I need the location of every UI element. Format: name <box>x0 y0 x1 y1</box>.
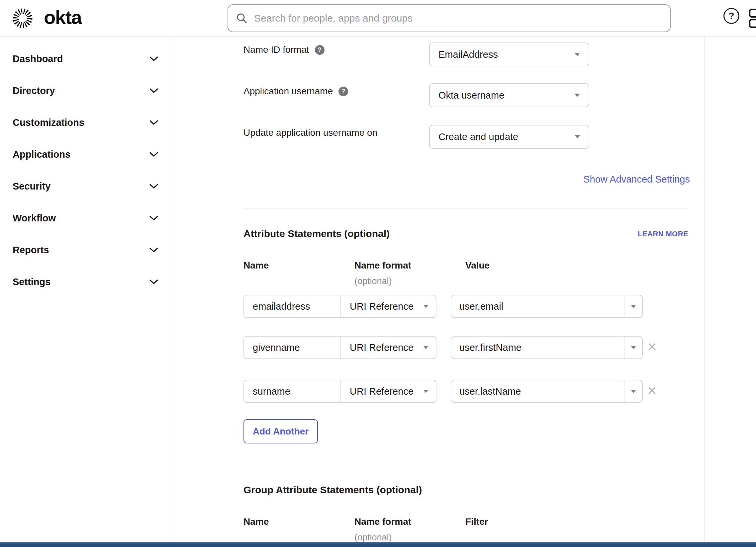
group-column-header-name: Name <box>243 516 269 527</box>
top-bar: okta ? <box>0 0 756 37</box>
attribute-value-combo <box>451 380 643 403</box>
name-format-select[interactable]: URI Reference <box>340 336 436 358</box>
chevron-down-icon <box>149 120 158 125</box>
selected-value: URI Reference <box>350 342 419 353</box>
attribute-name-input[interactable] <box>244 295 340 317</box>
sidebar-item-directory[interactable]: Directory <box>0 75 173 107</box>
sidebar-item-settings[interactable]: Settings <box>0 266 173 298</box>
column-header-name: Name <box>243 260 269 271</box>
attribute-name-input[interactable] <box>244 336 340 358</box>
learn-more-link[interactable]: LEARN MORE <box>638 230 688 238</box>
chevron-down-icon <box>149 247 158 253</box>
field-help-icon[interactable]: ? <box>315 45 325 55</box>
sidebar-nav: Dashboard Directory Customizations Appli… <box>0 37 173 542</box>
section-divider <box>243 208 688 209</box>
sidebar-item-label: Security <box>13 181 50 192</box>
dropdown-arrow-icon <box>631 346 636 349</box>
dropdown-arrow-icon <box>423 305 428 308</box>
footer-bar <box>0 542 756 547</box>
chevron-down-icon <box>149 152 158 157</box>
name-id-format-label: Name ID format ? <box>243 45 325 55</box>
global-search[interactable] <box>228 4 671 32</box>
column-header-value: Value <box>465 260 490 271</box>
sidebar-item-security[interactable]: Security <box>0 170 173 202</box>
chevron-down-icon <box>149 279 158 284</box>
field-help-icon[interactable]: ? <box>338 87 348 96</box>
value-dropdown-button[interactable] <box>624 295 642 317</box>
sidebar-item-reports[interactable]: Reports <box>0 234 173 266</box>
sidebar-item-label: Workflow <box>13 213 56 224</box>
dropdown-arrow-icon <box>423 346 428 349</box>
column-header-optional: (optional) <box>354 276 392 286</box>
group-attribute-statements-title: Group Attribute Statements (optional) <box>243 484 422 496</box>
sidebar-item-label: Customizations <box>13 117 84 128</box>
name-format-select[interactable]: URI Reference <box>340 295 436 317</box>
selected-value: URI Reference <box>350 301 419 312</box>
search-icon <box>236 13 247 24</box>
attribute-statements-title: Attribute Statements (optional) <box>243 228 390 239</box>
help-icon[interactable]: ? <box>723 8 739 24</box>
attribute-value-combo <box>451 336 643 359</box>
sidebar-item-label: Settings <box>13 276 50 287</box>
value-dropdown-button[interactable] <box>624 336 642 358</box>
remove-row-icon[interactable]: ✕ <box>647 385 657 397</box>
attribute-name-group: URI Reference <box>243 380 436 403</box>
update-username-select[interactable]: Create and update <box>429 125 589 149</box>
group-column-header-filter: Filter <box>465 516 488 527</box>
sidebar-item-label: Directory <box>13 85 55 96</box>
attribute-value-input[interactable] <box>451 295 624 317</box>
selected-value: Okta username <box>438 90 575 101</box>
field-label-text: Update application username on <box>243 128 377 138</box>
chevron-down-icon <box>149 216 158 221</box>
sidebar-item-customizations[interactable]: Customizations <box>0 107 173 138</box>
application-username-select[interactable]: Okta username <box>429 83 589 107</box>
chevron-down-icon <box>149 88 158 93</box>
sidebar-item-label: Reports <box>13 245 49 256</box>
selected-value: URI Reference <box>350 386 419 397</box>
sidebar-item-label: Applications <box>13 149 70 160</box>
dropdown-arrow-icon <box>631 390 636 393</box>
name-format-select[interactable]: URI Reference <box>340 380 436 402</box>
selected-value: EmailAddress <box>438 49 575 60</box>
attribute-value-input[interactable] <box>451 336 624 358</box>
apps-grid-icon[interactable] <box>749 9 756 29</box>
dropdown-arrow-icon <box>575 53 580 56</box>
attribute-row: URI Reference <box>227 295 705 318</box>
show-advanced-settings-link[interactable]: Show Advanced Settings <box>583 174 690 185</box>
attribute-name-group: URI Reference <box>243 336 436 359</box>
search-input[interactable] <box>254 13 662 24</box>
sidebar-item-workflow[interactable]: Workflow <box>0 202 173 234</box>
chevron-down-icon <box>149 184 158 189</box>
section-divider <box>243 464 688 464</box>
attribute-row: URI Reference ✕ <box>227 380 705 403</box>
add-another-button[interactable]: Add Another <box>243 419 318 443</box>
chevron-down-icon <box>149 56 158 61</box>
group-column-header-name-format: Name format <box>354 516 411 527</box>
sidebar-item-dashboard[interactable]: Dashboard <box>0 43 173 75</box>
dropdown-arrow-icon <box>423 390 428 393</box>
selected-value: Create and update <box>438 132 575 142</box>
name-id-format-select[interactable]: EmailAddress <box>429 43 589 66</box>
okta-sunburst-icon <box>12 8 33 29</box>
application-username-label: Application username ? <box>243 86 348 97</box>
attribute-name-group: URI Reference <box>243 295 436 318</box>
dropdown-arrow-icon <box>631 305 636 308</box>
remove-row-icon[interactable]: ✕ <box>647 341 657 353</box>
attribute-name-input[interactable] <box>244 380 340 402</box>
content-right-divider <box>705 37 705 542</box>
field-label-text: Name ID format <box>243 45 309 55</box>
attribute-row: URI Reference ✕ <box>227 336 705 359</box>
dropdown-arrow-icon <box>575 94 580 97</box>
okta-logo[interactable]: okta <box>12 0 81 37</box>
attribute-value-combo <box>451 295 643 318</box>
saml-settings-panel: Name ID format ? EmailAddress Applicatio… <box>227 37 705 542</box>
dropdown-arrow-icon <box>575 135 580 138</box>
value-dropdown-button[interactable] <box>624 380 642 402</box>
sidebar-item-applications[interactable]: Applications <box>0 138 173 170</box>
attribute-value-input[interactable] <box>451 380 624 402</box>
field-label-text: Application username <box>243 86 333 97</box>
group-column-header-optional: (optional) <box>354 532 392 543</box>
column-header-name-format: Name format <box>354 260 411 271</box>
update-username-label: Update application username on <box>243 128 377 138</box>
sidebar-item-label: Dashboard <box>13 53 63 64</box>
